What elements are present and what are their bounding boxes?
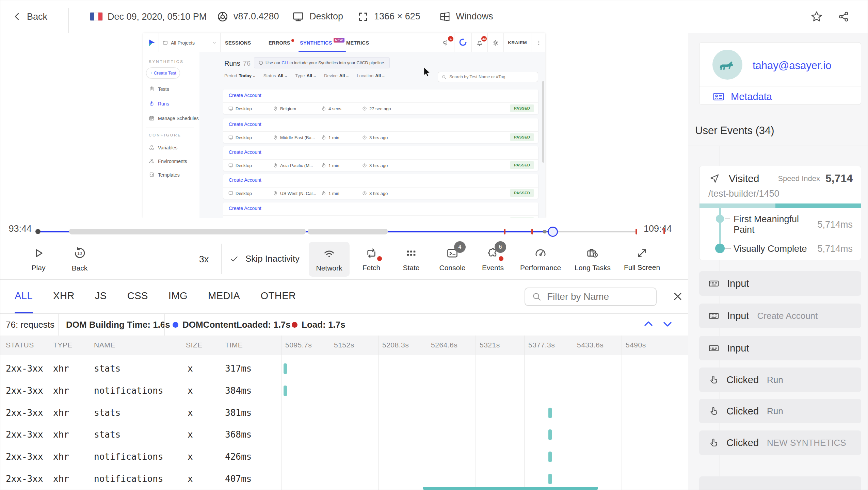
speed-toggle[interactable]: 3x [191,254,217,265]
metric-row: Visually Complete 5,714ms [734,244,853,254]
session-os: Windows [439,11,493,23]
run-test-link[interactable]: Create Account [229,149,261,155]
net-tab-img[interactable]: IMG [168,280,188,313]
run-test-link[interactable]: Create Account [229,93,261,98]
run-card[interactable]: Create Account Desktop Belgium 4 secs 27… [223,89,538,114]
sidebar-item-runs[interactable]: Runs [149,101,169,107]
filter-type[interactable]: TypeAll⌄ [295,73,317,78]
table-row[interactable]: 2xx-3xxxhr statsx 381ms [0,402,688,424]
console-panel-button[interactable]: 4 Console [432,242,473,277]
console-badge: 4 [454,241,466,253]
filter-status[interactable]: StatusAll⌄ [263,73,288,78]
fetch-panel-button[interactable]: Fetch [351,242,392,277]
run-card[interactable]: Create Account Desktop Asia Pacific (M..… [223,146,538,171]
app-scrollbar[interactable] [542,81,544,163]
full-screen-button[interactable]: Full Screen [618,242,666,277]
event-card-input[interactable]: InputCreate Account [699,304,861,328]
long-tasks-panel-button[interactable]: Long Tasks [569,242,616,277]
prev-event-chevron[interactable] [642,317,655,331]
table-row[interactable]: 2xx-3xxxhr statsx 368ms [0,424,688,446]
sidebar-item-templates[interactable]: Templates [149,172,180,178]
waterfall-horizontal-scrollbar[interactable] [423,487,598,490]
network-filter-input[interactable] [547,291,650,302]
create-test-button[interactable]: + Create Test [146,67,180,79]
user-menu[interactable]: KRAIEM [508,40,527,45]
table-row[interactable]: 2xx-3xxxhr notificationsx 426ms [0,446,688,468]
events-panel-button[interactable]: 6 Events [472,242,513,277]
visited-event-card[interactable]: Visited Speed Index 5,714 /test-builder/… [699,166,861,260]
test-search-input[interactable] [449,75,534,79]
tab-synthetics[interactable]: SYNTHETICSNEW [300,33,344,52]
os-label: Windows [456,11,493,22]
net-tab-js[interactable]: JS [95,280,107,313]
filter-device[interactable]: DeviceAll⌄ [324,73,349,78]
tab-metrics[interactable]: METRICS [346,33,369,52]
user-events-title: User Events (34) [695,125,774,137]
sidebar-item-tests[interactable]: Tests [149,86,169,92]
playhead[interactable] [548,227,558,237]
waterfall-bar [284,363,287,374]
device-label: Desktop [309,11,343,22]
run-test-link[interactable]: Create Account [229,206,261,211]
event-card-clicked[interactable]: ClickedNEW SYNTHETICS [699,430,861,455]
net-tab-xhr[interactable]: XHR [53,280,75,313]
cli-link[interactable]: CLI [282,61,288,65]
run-card-partial[interactable]: Create Account Desktop PASSED [223,202,538,218]
dcl-dot [173,322,178,328]
browser-version: v87.0.4280 [234,11,279,22]
event-card-input[interactable]: Input [699,336,861,360]
project-selector[interactable]: All Projects [159,33,221,52]
net-tab-other[interactable]: OTHER [260,280,296,313]
run-card[interactable]: Create Account Desktop US West (N. Cal..… [223,174,538,199]
event-card-input[interactable]: Input [699,271,861,296]
sidebar-item-variables[interactable]: Variables [149,145,177,150]
filter-location[interactable]: LocationAll⌄ [357,73,385,78]
table-row[interactable]: 2xx-3xxxhr statsx 317ms [0,358,688,380]
state-grid-icon [405,247,418,260]
back-button[interactable]: Back [12,11,47,22]
share-button[interactable] [837,10,851,23]
announcements-icon[interactable]: 1 [443,39,450,47]
current-time: 93:44 [5,224,32,234]
tab-sessions[interactable]: SESSIONS [225,33,251,52]
skip-inactivity-toggle[interactable]: Skip Inactivity [229,254,300,264]
close-panel-icon[interactable] [672,290,684,303]
event-card-partial[interactable] [699,476,861,490]
filter-period[interactable]: PeriodToday⌄ [224,73,256,78]
performance-panel-button[interactable]: Performance [518,242,563,277]
fetch-alert-dot [377,256,382,261]
run-test-link[interactable]: Create Account [229,121,261,127]
wifi-icon [322,246,336,260]
net-tab-css[interactable]: CSS [127,280,148,313]
next-event-chevron[interactable] [661,317,674,331]
event-card-clicked[interactable]: ClickedRun [699,399,861,423]
timeline-scrubber[interactable]: 93:44 109:44 [0,218,688,239]
monitor-icon [292,10,305,23]
tab-errors[interactable]: ERRORS [269,33,294,52]
app-logo [147,38,156,48]
user-email-link[interactable]: tahay@asayer.io [753,60,831,72]
network-panel-button[interactable]: Network [309,242,350,277]
sidebar-item-environments[interactable]: Environments [149,158,187,164]
net-tab-media[interactable]: MEDIA [208,280,240,313]
waterfall-bar [548,408,552,418]
overflow-menu-icon[interactable] [535,39,542,46]
state-panel-button[interactable]: State [391,242,432,277]
back-10-button[interactable]: Back [59,242,100,277]
sidebar-item-manage-schedules[interactable]: Manage Schedules [149,115,199,121]
requests-count: 76: requests [6,320,54,330]
waterfall-header: STATUS TYPE NAME SIZE TIME 5095.7s 5152s… [0,336,688,355]
play-button[interactable]: Play [18,242,59,277]
table-row[interactable]: 2xx-3xxxhr notificationsx 384ms [0,380,688,402]
run-test-link[interactable]: Create Account [229,177,261,183]
timeline-gray-marker [543,230,547,233]
event-card-clicked[interactable]: ClickedRun [699,368,861,392]
run-card[interactable]: Create Account Desktop Middle East (Ba..… [223,118,538,143]
favorite-star-button[interactable] [810,10,823,23]
settings-gear-icon[interactable] [492,39,499,47]
tree-icon [149,158,155,164]
net-tab-all[interactable]: ALL [15,280,33,313]
notifications-bell-icon[interactable]: 33 [476,39,483,47]
replayed-app-screen: All Projects SESSIONS ERRORS SYNTHETICSN… [143,33,545,218]
metadata-button[interactable]: Metadata [712,91,772,103]
